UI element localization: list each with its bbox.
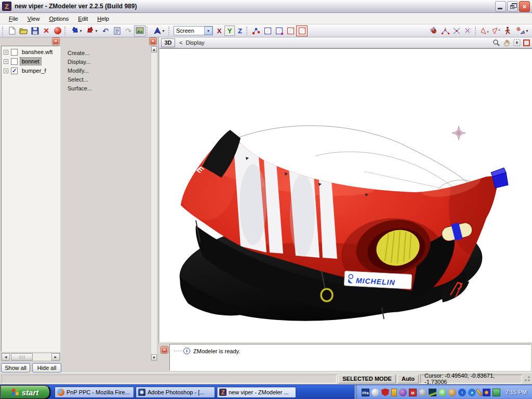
hide-all-button[interactable]: Hide all [32, 363, 61, 373]
command-modify[interactable]: Modify... [68, 68, 151, 76]
command-create[interactable]: Create... [68, 50, 151, 59]
skeleton-rig-button[interactable]: ▾ [513, 25, 531, 36]
visibility-checkbox[interactable] [11, 58, 18, 65]
scroll-down-icon[interactable]: ▼ [151, 354, 157, 361]
commands-vscrollbar[interactable]: ▲ ▼ [151, 46, 157, 361]
tray-answers-icon[interactable]: a [468, 389, 476, 396]
taskbar-clock[interactable]: 7:15 PM [506, 389, 527, 395]
expand-icon[interactable]: + [4, 59, 8, 64]
tree-item-label[interactable]: bumper_f [20, 67, 47, 74]
tray-messenger-m-icon[interactable]: M [409, 389, 417, 396]
command-display[interactable]: Display... [68, 59, 151, 68]
tree-row-bonnet[interactable]: + bonnet [2, 57, 60, 66]
menu-view[interactable]: View [23, 14, 45, 23]
start-button[interactable]: start [0, 385, 50, 399]
snap-vertices-button[interactable] [440, 25, 451, 36]
save-file-button[interactable] [29, 25, 41, 36]
tray-info-icon[interactable]: i [458, 389, 466, 396]
viewport-mode-button[interactable]: 3D [161, 38, 175, 47]
axis-z-button[interactable]: Z [235, 25, 245, 36]
expand-icon[interactable]: + [4, 50, 8, 55]
tray-pen-icon[interactable] [476, 389, 483, 396]
tray-flashfxp-icon[interactable]: FFa [362, 389, 369, 396]
normals-down-button[interactable] [479, 25, 490, 36]
undo-button[interactable]: ↶ [100, 25, 111, 36]
edges-mode-button[interactable] [262, 25, 273, 36]
viewport-breadcrumb[interactable]: Display [185, 39, 204, 46]
scroll-left-icon[interactable]: ◄ [2, 353, 10, 361]
import-button[interactable]: ▾ [69, 25, 84, 36]
pan-hand-icon[interactable] [502, 39, 510, 47]
visibility-checkbox[interactable]: ✓ [11, 68, 18, 74]
menu-help[interactable]: Help [92, 14, 114, 23]
show-all-button[interactable]: Show all [1, 363, 30, 373]
snap-grid-button[interactable] [462, 25, 474, 36]
tray-notes-icon[interactable] [391, 389, 397, 396]
axes-display-button[interactable]: ▾ [151, 25, 167, 36]
tray-browser-icon[interactable] [399, 389, 407, 396]
scroll-right-icon[interactable]: ► [51, 353, 60, 361]
axis-y-button[interactable]: Y [224, 25, 235, 36]
animation-walk-button[interactable] [502, 25, 513, 36]
normals-up-button[interactable] [490, 25, 502, 36]
visibility-checkbox[interactable] [11, 49, 18, 56]
hscrollbar-thumb[interactable] [11, 353, 33, 361]
command-surface[interactable]: Surface... [68, 85, 151, 94]
task-photoshop[interactable]: Adobe Photoshop - [... [136, 387, 215, 398]
view-log-button[interactable] [111, 25, 123, 36]
tray-removable-media-icon[interactable] [493, 389, 500, 396]
menu-options[interactable]: Options [44, 14, 73, 23]
command-select[interactable]: Select... [68, 76, 151, 85]
tree-item-label[interactable]: banshee.wft [20, 48, 54, 56]
tray-updates-icon[interactable] [438, 389, 446, 396]
material-editor-button[interactable] [52, 25, 63, 36]
restore-button[interactable] [507, 1, 518, 12]
redo-button[interactable]: ↷ [123, 25, 134, 36]
task-firefox[interactable]: PnP PPC - Mozilla Fire... [55, 387, 134, 398]
magnet-snap-button[interactable] [428, 25, 440, 36]
tray-media-icon[interactable] [429, 389, 436, 396]
resize-grip[interactable] [524, 376, 530, 382]
tree-row-bumper-f[interactable]: + ✓ bumper_f [2, 66, 60, 75]
vertices-mode-button[interactable] [250, 25, 262, 36]
viewport-back-icon[interactable]: < [179, 39, 182, 46]
hierarchy-hscrollbar[interactable]: ◄ ► [1, 353, 60, 361]
axis-x-button[interactable]: X [214, 25, 224, 36]
export-button[interactable]: ▾ [84, 25, 100, 36]
open-folder-icon [19, 27, 28, 34]
commands-close-icon[interactable]: × [150, 38, 156, 45]
delete-button[interactable]: ✕ [41, 25, 52, 36]
screen-space-combobox[interactable]: Screen ▾ [174, 26, 213, 35]
status-auto[interactable]: Auto [397, 375, 419, 383]
minimize-button[interactable] [495, 1, 506, 12]
zoom-icon[interactable] [492, 39, 500, 47]
instances-mode-button[interactable] [296, 25, 308, 36]
combobox-arrow-icon[interactable]: ▾ [204, 26, 212, 35]
viewport-canvas[interactable]: DODGE [159, 48, 532, 342]
tray-messenger-icon[interactable] [371, 389, 379, 396]
texture-browser-button[interactable] [134, 25, 145, 36]
new-file-button[interactable] [6, 25, 18, 36]
scroll-up-icon[interactable]: ▲ [151, 46, 157, 52]
tray-volume-icon[interactable] [419, 389, 427, 396]
tree-item-label[interactable]: bonnet [20, 58, 41, 65]
snap-edges-icon [453, 27, 461, 35]
tree-row-banshee[interactable]: + banshee.wft [2, 47, 60, 57]
menu-edit[interactable]: Edit [73, 14, 92, 23]
menu-file[interactable]: File [4, 14, 23, 23]
viewport-config-icon[interactable] [523, 39, 530, 46]
tray-scheduler-icon[interactable] [448, 389, 456, 396]
polygons-mode-button[interactable] [273, 25, 285, 36]
tray-wireless-audio-icon[interactable] [483, 389, 490, 396]
blue-cube-dot-icon [276, 28, 283, 34]
expand-icon[interactable]: + [4, 69, 8, 73]
hierarchy-close-icon[interactable]: × [52, 38, 59, 45]
objects-mode-button[interactable] [285, 25, 296, 36]
maximize-viewport-icon[interactable] [513, 39, 521, 47]
task-zmodeler[interactable]: Z new viper - ZModeler ... [217, 387, 296, 398]
close-button[interactable]: × [519, 1, 530, 12]
tray-security-icon[interactable] [381, 389, 389, 396]
open-file-button[interactable] [18, 25, 29, 36]
log-close-icon[interactable]: × [161, 347, 168, 353]
snap-edges-button[interactable] [451, 25, 462, 36]
